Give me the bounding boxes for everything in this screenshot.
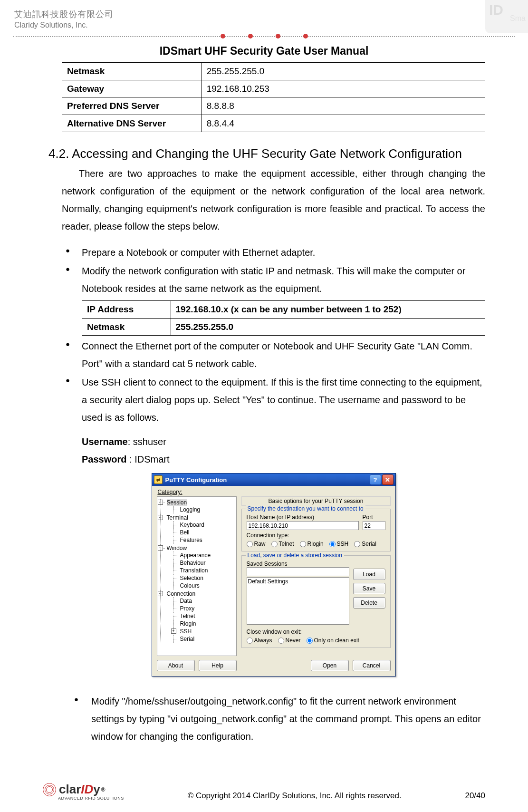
host-input[interactable] — [247, 521, 359, 530]
separator-dot-icon — [303, 34, 308, 39]
port-input[interactable] — [363, 521, 385, 530]
putty-app-icon: ⇄ — [154, 475, 163, 484]
tree-item-session[interactable]: −Session Logging — [160, 499, 236, 514]
titlebar-close-button[interactable]: ✕ — [382, 474, 394, 485]
tree-item-translation[interactable]: Translation — [173, 567, 236, 574]
tree-item-ssh[interactable]: +SSH — [173, 628, 236, 635]
group-legend: Load, save or delete a stored session — [246, 552, 344, 559]
watermark-text-2: Sma — [510, 14, 526, 23]
saved-sessions-label: Saved Sessions — [247, 561, 349, 567]
save-button[interactable]: Save — [353, 583, 385, 594]
watermark-text-1: ID — [489, 2, 503, 18]
table-row: Netmask 255.255.255.0 — [82, 318, 485, 336]
list-item[interactable]: Default Settings — [248, 578, 348, 585]
putty-title: PuTTY Configuration — [165, 476, 227, 483]
list-item: Prepare a Notebook or computer with Ethe… — [62, 244, 485, 261]
separator-dot-icon — [276, 34, 280, 39]
separator-dot-icon — [221, 34, 225, 39]
list-item: Connect the Ethernet port of the compute… — [62, 338, 485, 373]
tree-item-proxy[interactable]: Proxy — [173, 605, 236, 612]
tree-item-selection[interactable]: Selection — [173, 574, 236, 582]
list-item: Use SSH client to connect to the equipme… — [62, 374, 485, 426]
cancel-button[interactable]: Cancel — [353, 660, 391, 671]
radio-telnet[interactable]: Telnet — [271, 541, 294, 547]
tree-item-rlogin[interactable]: Rlogin — [173, 620, 236, 628]
page-footer: clarIDy® ADVANCED RFID SOLUTIONS © Copyr… — [0, 782, 528, 801]
cell-value: 255.255.255.0 — [202, 63, 485, 80]
options-banner: Basic options for your PuTTY session — [241, 496, 391, 506]
steps-list: Prepare a Notebook or computer with Ethe… — [62, 244, 485, 426]
table-row: IP Address 192.168.10.x (x can be any nu… — [82, 301, 485, 319]
tree-item-data[interactable]: Data — [173, 597, 236, 605]
footer-logo: clarIDy® ADVANCED RFID SOLUTIONS — [43, 782, 124, 801]
network-defaults-table: Netmask 255.255.255.0 Gateway 192.168.10… — [62, 62, 485, 132]
cell-value: 8.8.4.4 — [202, 115, 485, 132]
footer-tagline: ADVANCED RFID SOLUTIONS — [58, 796, 124, 801]
radio-never[interactable]: Never — [278, 637, 301, 644]
steps-list-continued: Modify "/home/sshuser/outgoing_network.c… — [62, 693, 485, 745]
tree-item-logging[interactable]: Logging — [173, 506, 236, 513]
cell-value: 192.168.10.x (x can be any number betwee… — [171, 301, 485, 319]
list-item: Modify the network configuration with st… — [62, 262, 485, 336]
close-window-label: Close window on exit: — [247, 628, 385, 635]
radio-ssh[interactable]: SSH — [329, 541, 349, 547]
page-header: 艾迪訊科技股份有限公司 Claridy Solutions, Inc. — [0, 0, 528, 29]
tree-item-window[interactable]: −Window Appearance Behaviour Translation… — [160, 544, 236, 590]
header-separator — [13, 32, 515, 41]
table-row: Netmask 255.255.255.0 — [62, 63, 485, 80]
sessions-group: Load, save or delete a stored session Sa… — [241, 555, 391, 648]
document-title: IDSmart UHF Security Gate User Manual — [0, 45, 528, 58]
delete-button[interactable]: Delete — [353, 597, 385, 609]
group-legend: Specify the destination you want to conn… — [246, 505, 365, 512]
copyright-text: © Copyright 2014 ClarIDy Solutions, Inc.… — [124, 791, 465, 801]
host-label: Host Name (or IP address) — [247, 514, 359, 521]
tree-item-behaviour[interactable]: Behaviour — [173, 559, 236, 567]
help-button[interactable]: Help — [199, 660, 237, 671]
category-label: Category: — [158, 489, 391, 495]
cell-value: 255.255.255.0 — [171, 318, 485, 336]
tree-item-appearance[interactable]: Appearance — [173, 551, 236, 559]
separator-dot-icon — [248, 34, 253, 39]
saved-session-input[interactable] — [247, 567, 349, 576]
ip-netmask-table: IP Address 192.168.10.x (x can be any nu… — [82, 300, 485, 336]
table-row: Alternative DNS Server 8.8.4.4 — [62, 115, 485, 132]
cell-label: Preferred DNS Server — [62, 97, 202, 115]
tree-item-connection[interactable]: −Connection Data Proxy Telnet Rlogin +SS… — [160, 590, 236, 643]
about-button[interactable]: About — [157, 660, 195, 671]
titlebar-help-button[interactable]: ? — [370, 474, 381, 485]
radio-raw[interactable]: Raw — [247, 541, 266, 547]
tree-item-keyboard[interactable]: Keyboard — [173, 521, 236, 529]
destination-group: Specify the destination you want to conn… — [241, 509, 391, 551]
tree-item-bell[interactable]: Bell — [173, 529, 236, 536]
cell-value: 8.8.8.8 — [202, 97, 485, 115]
cell-label: Alternative DNS Server — [62, 115, 202, 132]
cell-label: IP Address — [82, 301, 171, 319]
list-item: Modify "/home/sshuser/outgoing_network.c… — [62, 693, 485, 745]
saved-sessions-list[interactable]: Default Settings — [247, 577, 349, 625]
tree-item-serial[interactable]: Serial — [173, 635, 236, 643]
intro-paragraph: There are two approaches to make the equ… — [62, 165, 485, 235]
tree-item-colours[interactable]: Colours — [173, 582, 236, 590]
radio-always[interactable]: Always — [247, 637, 272, 644]
cell-label: Netmask — [62, 63, 202, 80]
tree-item-telnet[interactable]: Telnet — [173, 612, 236, 620]
credential-password: Password : IDSmart — [62, 451, 485, 468]
section-heading: 4.2. Accessing and Changing the UHF Secu… — [48, 146, 485, 161]
cell-label: Gateway — [62, 80, 202, 97]
company-name-english: Claridy Solutions, Inc. — [14, 21, 528, 29]
load-button[interactable]: Load — [353, 569, 385, 580]
table-row: Preferred DNS Server 8.8.8.8 — [62, 97, 485, 115]
tree-item-features[interactable]: Features — [173, 536, 236, 544]
category-tree[interactable]: −Session Logging −Terminal Keyboard Bell… — [157, 496, 237, 656]
company-name-chinese: 艾迪訊科技股份有限公司 — [14, 9, 528, 20]
radio-serial[interactable]: Serial — [354, 541, 376, 547]
port-label: Port — [363, 514, 385, 521]
cell-value: 192.168.10.253 — [202, 80, 485, 97]
radio-clean-exit[interactable]: Only on clean exit — [307, 637, 359, 644]
putty-window: ⇄ PuTTY Configuration ? ✕ Category: −Ses… — [152, 473, 396, 677]
open-button[interactable]: Open — [311, 660, 349, 671]
credential-username: Username: sshuser — [62, 433, 485, 451]
watermark-logo: ID Sma — [485, 0, 528, 33]
radio-rlogin[interactable]: Rlogin — [300, 541, 324, 547]
tree-item-terminal[interactable]: −Terminal Keyboard Bell Features — [160, 514, 236, 544]
